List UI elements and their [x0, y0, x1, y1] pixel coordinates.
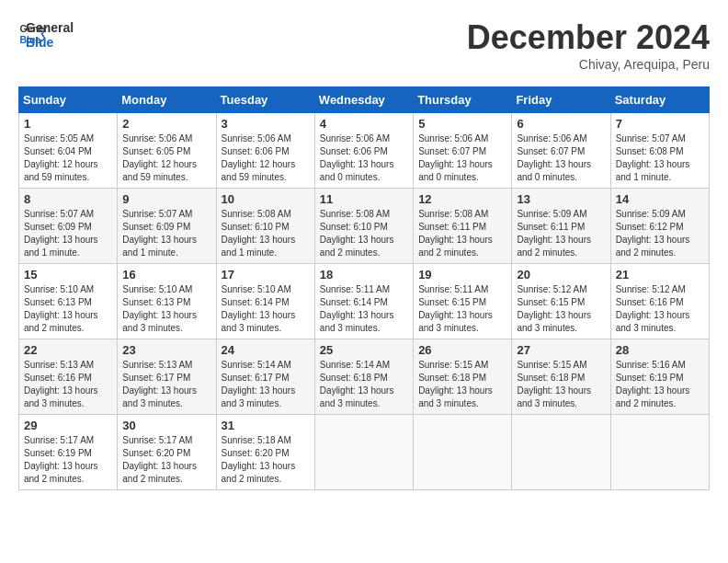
day-info: Sunrise: 5:06 AMSunset: 6:07 PMDaylight:… — [418, 133, 493, 182]
day-number: 31 — [222, 419, 310, 432]
calendar-cell: 11 Sunrise: 5:08 AMSunset: 6:10 PMDaylig… — [314, 189, 413, 264]
calendar-cell: 9 Sunrise: 5:07 AMSunset: 6:09 PMDayligh… — [118, 189, 216, 264]
title-block: December 2024 Chivay, Arequipa, Peru — [467, 18, 710, 72]
day-info: Sunrise: 5:15 AMSunset: 6:18 PMDaylight:… — [517, 360, 591, 408]
calendar-week-row: 1 Sunrise: 5:05 AMSunset: 6:04 PMDayligh… — [19, 113, 710, 189]
day-info: Sunrise: 5:08 AMSunset: 6:10 PMDaylight:… — [222, 209, 296, 258]
day-number: 6 — [517, 117, 605, 131]
day-info: Sunrise: 5:17 AMSunset: 6:20 PMDaylight:… — [122, 435, 197, 484]
calendar-cell — [512, 415, 610, 490]
day-number: 23 — [122, 343, 210, 357]
day-info: Sunrise: 5:17 AMSunset: 6:19 PMDaylight:… — [24, 435, 98, 484]
day-info: Sunrise: 5:15 AMSunset: 6:18 PMDaylight:… — [418, 360, 493, 408]
calendar-week-row: 15 Sunrise: 5:10 AMSunset: 6:13 PMDaylig… — [19, 264, 710, 339]
day-number: 4 — [320, 117, 408, 131]
month-title: December 2024 — [467, 18, 710, 57]
day-info: Sunrise: 5:14 AMSunset: 6:18 PMDaylight:… — [320, 360, 394, 408]
calendar-week-row: 22 Sunrise: 5:13 AMSunset: 6:16 PMDaylig… — [19, 339, 710, 415]
day-info: Sunrise: 5:11 AMSunset: 6:14 PMDaylight:… — [320, 284, 394, 333]
day-info: Sunrise: 5:11 AMSunset: 6:15 PMDaylight:… — [418, 284, 493, 333]
calendar-cell — [314, 415, 413, 490]
day-info: Sunrise: 5:10 AMSunset: 6:13 PMDaylight:… — [122, 284, 197, 333]
day-number: 15 — [24, 268, 112, 282]
col-monday: Monday — [118, 87, 216, 113]
calendar-cell: 5 Sunrise: 5:06 AMSunset: 6:07 PMDayligh… — [414, 113, 512, 189]
calendar-cell: 25 Sunrise: 5:14 AMSunset: 6:18 PMDaylig… — [314, 339, 413, 415]
day-info: Sunrise: 5:06 AMSunset: 6:06 PMDaylight:… — [320, 133, 394, 182]
day-number: 5 — [418, 117, 506, 131]
day-number: 29 — [24, 419, 112, 432]
col-saturday: Saturday — [610, 87, 709, 113]
calendar-table: Sunday Monday Tuesday Wednesday Thursday… — [18, 86, 710, 490]
calendar-cell: 26 Sunrise: 5:15 AMSunset: 6:18 PMDaylig… — [414, 339, 512, 415]
calendar-cell: 14 Sunrise: 5:09 AMSunset: 6:12 PMDaylig… — [610, 189, 709, 264]
calendar-cell: 30 Sunrise: 5:17 AMSunset: 6:20 PMDaylig… — [118, 415, 216, 490]
day-info: Sunrise: 5:14 AMSunset: 6:17 PMDaylight:… — [222, 360, 296, 408]
calendar-cell — [414, 415, 512, 490]
day-info: Sunrise: 5:10 AMSunset: 6:13 PMDaylight:… — [24, 284, 98, 333]
day-info: Sunrise: 5:08 AMSunset: 6:10 PMDaylight:… — [320, 209, 394, 258]
day-info: Sunrise: 5:06 AMSunset: 6:06 PMDaylight:… — [222, 133, 296, 182]
calendar-cell: 1 Sunrise: 5:05 AMSunset: 6:04 PMDayligh… — [19, 113, 118, 189]
calendar-cell: 2 Sunrise: 5:06 AMSunset: 6:05 PMDayligh… — [118, 113, 216, 189]
day-number: 9 — [122, 192, 210, 206]
calendar-cell: 3 Sunrise: 5:06 AMSunset: 6:06 PMDayligh… — [216, 113, 314, 189]
day-info: Sunrise: 5:12 AMSunset: 6:16 PMDaylight:… — [616, 284, 690, 333]
col-friday: Friday — [512, 87, 610, 113]
calendar-cell: 10 Sunrise: 5:08 AMSunset: 6:10 PMDaylig… — [216, 189, 314, 264]
day-info: Sunrise: 5:13 AMSunset: 6:17 PMDaylight:… — [122, 360, 197, 408]
col-thursday: Thursday — [414, 87, 512, 113]
day-number: 1 — [24, 117, 112, 131]
calendar-cell: 19 Sunrise: 5:11 AMSunset: 6:15 PMDaylig… — [414, 264, 512, 339]
day-number: 21 — [616, 268, 704, 282]
day-number: 16 — [122, 268, 210, 282]
calendar-cell: 8 Sunrise: 5:07 AMSunset: 6:09 PMDayligh… — [19, 189, 118, 264]
calendar-cell: 31 Sunrise: 5:18 AMSunset: 6:20 PMDaylig… — [216, 415, 314, 490]
day-number: 20 — [517, 268, 605, 282]
day-info: Sunrise: 5:12 AMSunset: 6:15 PMDaylight:… — [517, 284, 591, 333]
calendar-cell: 28 Sunrise: 5:16 AMSunset: 6:19 PMDaylig… — [610, 339, 709, 415]
day-info: Sunrise: 5:16 AMSunset: 6:19 PMDaylight:… — [616, 360, 690, 408]
calendar-cell: 29 Sunrise: 5:17 AMSunset: 6:19 PMDaylig… — [19, 415, 118, 490]
calendar-cell: 20 Sunrise: 5:12 AMSunset: 6:15 PMDaylig… — [512, 264, 610, 339]
calendar-cell: 17 Sunrise: 5:10 AMSunset: 6:14 PMDaylig… — [216, 264, 314, 339]
calendar-header-row: Sunday Monday Tuesday Wednesday Thursday… — [19, 87, 710, 113]
calendar-cell: 27 Sunrise: 5:15 AMSunset: 6:18 PMDaylig… — [512, 339, 610, 415]
day-number: 25 — [320, 343, 408, 357]
day-number: 30 — [122, 419, 210, 432]
logo-blue: Blue — [26, 35, 74, 50]
calendar-cell: 16 Sunrise: 5:10 AMSunset: 6:13 PMDaylig… — [118, 264, 216, 339]
calendar-cell: 6 Sunrise: 5:06 AMSunset: 6:07 PMDayligh… — [512, 113, 610, 189]
calendar-cell: 21 Sunrise: 5:12 AMSunset: 6:16 PMDaylig… — [610, 264, 709, 339]
day-number: 2 — [122, 117, 210, 131]
calendar-cell: 18 Sunrise: 5:11 AMSunset: 6:14 PMDaylig… — [314, 264, 413, 339]
calendar-cell — [610, 415, 709, 490]
calendar-cell: 13 Sunrise: 5:09 AMSunset: 6:11 PMDaylig… — [512, 189, 610, 264]
day-info: Sunrise: 5:09 AMSunset: 6:12 PMDaylight:… — [616, 209, 690, 258]
calendar-cell: 15 Sunrise: 5:10 AMSunset: 6:13 PMDaylig… — [19, 264, 118, 339]
calendar-cell: 4 Sunrise: 5:06 AMSunset: 6:06 PMDayligh… — [314, 113, 413, 189]
day-info: Sunrise: 5:06 AMSunset: 6:05 PMDaylight:… — [122, 133, 197, 182]
day-number: 22 — [24, 343, 112, 357]
day-number: 27 — [517, 343, 605, 357]
day-number: 10 — [222, 192, 310, 206]
col-wednesday: Wednesday — [314, 87, 413, 113]
day-number: 28 — [616, 343, 704, 357]
col-sunday: Sunday — [19, 87, 118, 113]
calendar-cell: 7 Sunrise: 5:07 AMSunset: 6:08 PMDayligh… — [610, 113, 709, 189]
page-header: General Blue General Blue December 2024 … — [18, 18, 710, 72]
day-number: 11 — [320, 192, 408, 206]
calendar-week-row: 29 Sunrise: 5:17 AMSunset: 6:19 PMDaylig… — [19, 415, 710, 490]
calendar-week-row: 8 Sunrise: 5:07 AMSunset: 6:09 PMDayligh… — [19, 189, 710, 264]
day-info: Sunrise: 5:07 AMSunset: 6:08 PMDaylight:… — [616, 133, 690, 182]
calendar-cell: 23 Sunrise: 5:13 AMSunset: 6:17 PMDaylig… — [118, 339, 216, 415]
day-info: Sunrise: 5:10 AMSunset: 6:14 PMDaylight:… — [222, 284, 296, 333]
calendar-cell: 22 Sunrise: 5:13 AMSunset: 6:16 PMDaylig… — [19, 339, 118, 415]
day-info: Sunrise: 5:07 AMSunset: 6:09 PMDaylight:… — [122, 209, 197, 258]
day-number: 24 — [222, 343, 310, 357]
day-info: Sunrise: 5:13 AMSunset: 6:16 PMDaylight:… — [24, 360, 98, 408]
day-number: 17 — [222, 268, 310, 282]
day-number: 26 — [418, 343, 506, 357]
col-tuesday: Tuesday — [216, 87, 314, 113]
day-number: 13 — [517, 192, 605, 206]
